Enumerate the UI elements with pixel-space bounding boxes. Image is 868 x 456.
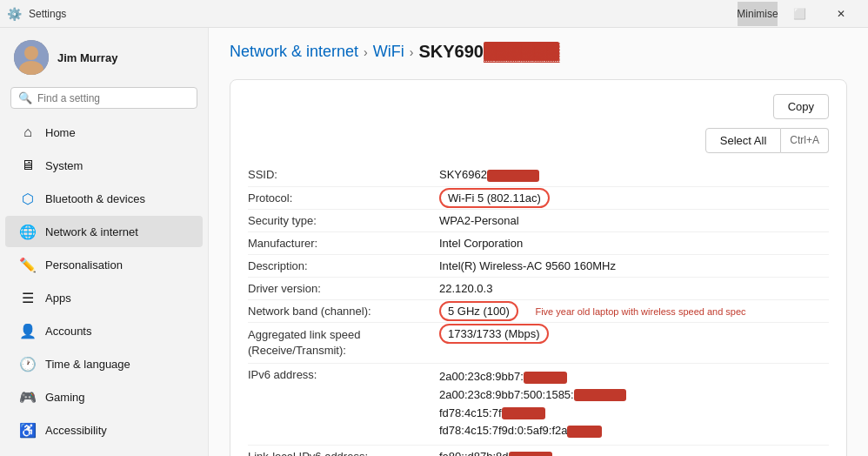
title-bar-title: Settings xyxy=(29,8,66,20)
sidebar-item-accessibility[interactable]: ♿ Accessibility xyxy=(5,414,203,446)
time-icon: 🕐 xyxy=(19,355,37,372)
breadcrumb-network[interactable]: Network & internet xyxy=(230,43,358,61)
sidebar-item-gaming[interactable]: 🎮 Gaming xyxy=(5,381,203,412)
sidebar-item-label: Time & language xyxy=(45,358,130,371)
sidebar-item-label: Personalisation xyxy=(45,258,123,272)
select-all-shortcut: Ctrl+A xyxy=(781,128,829,153)
sidebar-item-bluetooth[interactable]: ⬡ Bluetooth & devices xyxy=(5,183,203,214)
network-info-card: Copy Select All Ctrl+A SSID: SKY6962 Pro… xyxy=(230,79,847,456)
ipv6-label: IPv6 address: xyxy=(248,368,439,381)
link-speed-label: Aggregated link speed (Receive/Transmit)… xyxy=(248,327,439,359)
sidebar-item-label: System xyxy=(45,159,83,172)
sidebar-item-label: Bluetooth & devices xyxy=(45,192,145,205)
close-button[interactable]: ✕ xyxy=(821,2,861,26)
manufacturer-value: Intel Corporation xyxy=(439,237,829,250)
avatar xyxy=(14,40,49,75)
band-highlight: 5 GHz (100) xyxy=(439,301,518,321)
sidebar-item-accounts[interactable]: 👤 Accounts xyxy=(5,315,203,346)
sidebar-item-label: Accounts xyxy=(45,325,91,338)
band-value: 5 GHz (100) Five year old laptop with wi… xyxy=(439,305,829,318)
link-local-value: fe80::d87b:8d xyxy=(439,450,829,456)
link-speed-row: Aggregated link speed (Receive/Transmit)… xyxy=(248,323,829,364)
user-section: Jim Murray xyxy=(0,28,208,84)
protocol-highlight: Wi-Fi 5 (802.11ac) xyxy=(439,188,550,208)
sidebar-item-personalisation[interactable]: ✏️ Personalisation xyxy=(5,249,203,280)
system-icon: 🖥 xyxy=(19,157,37,174)
sidebar-item-time[interactable]: 🕐 Time & language xyxy=(5,348,203,379)
minimise-button[interactable]: Minimise xyxy=(738,2,778,26)
sidebar-item-privacy[interactable]: 🔒 Privacy & security xyxy=(5,447,203,456)
driver-label: Driver version: xyxy=(248,282,439,295)
protocol-value: Wi-Fi 5 (802.11ac) xyxy=(439,191,829,205)
title-bar-controls: Minimise ⬜ ✕ xyxy=(738,2,861,26)
select-all-button[interactable]: Select All xyxy=(705,128,781,153)
ssid-label: SSID: xyxy=(248,168,439,181)
search-icon: 🔍 xyxy=(18,91,32,104)
ipv6-row: IPv6 address: 2a00:23c8:9bb7: 2a00:23c8:… xyxy=(248,364,829,446)
sidebar-item-system[interactable]: 🖥 System xyxy=(5,150,203,181)
bluetooth-icon: ⬡ xyxy=(19,190,37,207)
band-row: Network band (channel): 5 GHz (100) Five… xyxy=(248,300,829,323)
title-bar: ⚙️ Settings Minimise ⬜ ✕ xyxy=(0,0,868,28)
link-speed-value: 1733/1733 (Mbps) xyxy=(439,327,829,340)
personalisation-icon: ✏️ xyxy=(19,256,37,273)
breadcrumb-sep-1: › xyxy=(364,45,368,59)
driver-value: 22.120.0.3 xyxy=(439,282,829,295)
ipv6-value: 2a00:23c8:9bb7: 2a00:23c8:9bb7:500:1585:… xyxy=(439,368,829,440)
search-box[interactable]: 🔍 xyxy=(10,87,197,109)
sidebar-item-label: Apps xyxy=(45,292,71,305)
title-bar-left: ⚙️ Settings xyxy=(7,7,66,21)
driver-row: Driver version: 22.120.0.3 xyxy=(248,278,829,300)
link-local-label: Link-local IPv6 address: xyxy=(248,450,439,456)
link-speed-highlight: 1733/1733 (Mbps) xyxy=(439,324,549,344)
breadcrumb-wifi[interactable]: WiFi xyxy=(373,43,404,61)
accessibility-icon: ♿ xyxy=(19,421,37,439)
gaming-icon: 🎮 xyxy=(19,388,37,406)
home-icon: ⌂ xyxy=(19,124,37,141)
description-value: Intel(R) Wireless-AC 9560 160MHz xyxy=(439,259,829,272)
description-label: Description: xyxy=(248,259,439,272)
sidebar: Jim Murray 🔍 ⌂ Home 🖥 System ⬡ Bluetooth… xyxy=(0,28,209,456)
protocol-row: Protocol: Wi-Fi 5 (802.11ac) xyxy=(248,187,829,210)
sidebar-item-label: Gaming xyxy=(45,391,85,404)
breadcrumb-sep-2: › xyxy=(410,45,414,59)
search-input[interactable] xyxy=(37,92,190,104)
sidebar-item-home[interactable]: ⌂ Home xyxy=(5,117,203,148)
link-local-row: Link-local IPv6 address: fe80::d87b:8d xyxy=(248,446,829,456)
sidebar-item-network[interactable]: 🌐 Network & internet xyxy=(5,216,203,247)
description-row: Description: Intel(R) Wireless-AC 9560 1… xyxy=(248,255,829,278)
sidebar-item-label: Accessibility xyxy=(45,424,107,437)
svg-point-1 xyxy=(24,46,38,60)
manufacturer-row: Manufacturer: Intel Corporation xyxy=(248,232,829,255)
main-content: Network & internet › WiFi › SKY690▓▓▓▓▓▓… xyxy=(209,28,868,456)
apps-icon: ☰ xyxy=(19,289,37,306)
security-row: Security type: WPA2-Personal xyxy=(248,210,829,232)
app-body: Jim Murray 🔍 ⌂ Home 🖥 System ⬡ Bluetooth… xyxy=(0,28,868,456)
accounts-icon: 👤 xyxy=(19,322,37,339)
security-label: Security type: xyxy=(248,214,439,227)
copy-button[interactable]: Copy xyxy=(773,94,829,119)
user-name: Jim Murray xyxy=(57,51,117,64)
breadcrumb: Network & internet › WiFi › SKY690▓▓▓▓▓▓ xyxy=(230,42,847,62)
network-icon: 🌐 xyxy=(19,223,37,240)
security-value: WPA2-Personal xyxy=(439,214,829,227)
band-annotation: Five year old laptop with wireless speed… xyxy=(535,306,745,317)
sidebar-item-label: Home xyxy=(45,126,76,139)
ssid-value: SKY6962 xyxy=(439,168,829,182)
manufacturer-label: Manufacturer: xyxy=(248,237,439,250)
breadcrumb-current: SKY690▓▓▓▓▓▓ xyxy=(418,42,559,62)
sidebar-item-apps[interactable]: ☰ Apps xyxy=(5,282,203,313)
band-label: Network band (channel): xyxy=(248,305,439,318)
maximise-button[interactable]: ⬜ xyxy=(779,2,819,26)
protocol-label: Protocol: xyxy=(248,191,439,205)
ssid-row: SSID: SKY6962 xyxy=(248,164,829,187)
sidebar-item-label: Network & internet xyxy=(45,225,138,238)
info-table: SSID: SKY6962 Protocol: Wi-Fi 5 (802.11a… xyxy=(248,164,829,456)
